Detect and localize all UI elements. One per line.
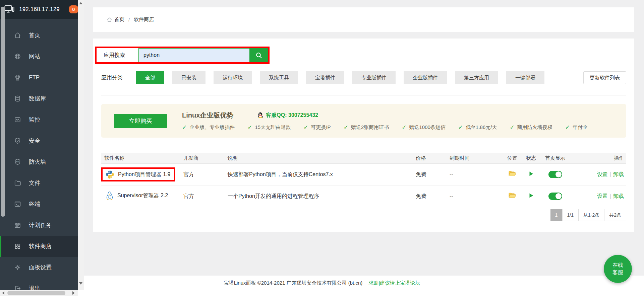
update-software-list-button[interactable]: 更新软件列表 bbox=[583, 71, 626, 84]
home-show-toggle[interactable] bbox=[548, 171, 562, 178]
tux-logo bbox=[106, 191, 114, 200]
category-pro-plugins[interactable]: 专业版插件 bbox=[352, 71, 396, 84]
gear-icon bbox=[14, 264, 21, 271]
pagination: 1 1/1 从1-2条 共2条 bbox=[101, 209, 626, 221]
table-row: Supervisor管理器 2.2 官方 一个Python开发的通用的进程管理程… bbox=[101, 186, 626, 207]
category-systools[interactable]: 系统工具 bbox=[260, 71, 298, 84]
app-description: 一个Python开发的通用的进程管理程序 bbox=[228, 193, 416, 200]
shield-check-icon bbox=[14, 137, 21, 144]
appstore-panel: 应用搜索 应用分类 全部 已安装 运行环境 系统工具 宝塔插件 专业版插件 企业… bbox=[93, 39, 634, 232]
col-header-description: 说明 bbox=[228, 155, 416, 161]
category-all[interactable]: 全部 bbox=[136, 71, 164, 84]
page-range: 从1-2条 bbox=[578, 209, 604, 221]
sidebar-item-appstore[interactable]: 软件商店 bbox=[0, 236, 78, 257]
feature-item: ✓企业版、专业版插件 bbox=[182, 124, 235, 131]
category-runtime[interactable]: 运行环境 bbox=[214, 71, 252, 84]
col-header-actions: 操作 bbox=[570, 155, 626, 161]
horizontal-scrollbar-thumb[interactable] bbox=[7, 291, 65, 295]
scroll-left-arrow[interactable] bbox=[2, 291, 4, 295]
category-bt-plugins[interactable]: 宝塔插件 bbox=[306, 71, 344, 84]
sidebar-item-database[interactable]: 数据库 bbox=[0, 88, 78, 109]
sidebar-vertical-scrollbar[interactable] bbox=[78, 0, 84, 290]
home-show-toggle[interactable] bbox=[548, 193, 562, 200]
settings-link[interactable]: 设置 bbox=[597, 193, 608, 199]
feature-item: ✓商用防火墙授权 bbox=[510, 124, 552, 131]
play-icon[interactable] bbox=[529, 193, 534, 198]
toggle-knob bbox=[555, 193, 562, 199]
check-icon: ✓ bbox=[402, 124, 406, 131]
sidebar-item-settings[interactable]: 面板设置 bbox=[0, 257, 78, 278]
sidebar-item-cron[interactable]: 计划任务 bbox=[0, 215, 78, 236]
sidebar-item-terminal[interactable]: 终端 bbox=[0, 194, 78, 215]
sidebar-item-label: 文件 bbox=[29, 179, 40, 187]
scroll-up-arrow[interactable] bbox=[79, 2, 82, 4]
qq-contact: 客服QQ: 3007255432 bbox=[257, 112, 318, 119]
folder-icon[interactable] bbox=[509, 193, 516, 199]
folder-icon bbox=[14, 179, 21, 187]
app-expire: -- bbox=[450, 171, 503, 177]
sidebar-item-monitor[interactable]: 监控 bbox=[0, 109, 78, 130]
qq-penguin-icon bbox=[257, 112, 263, 119]
col-header-homeshow: 首页显示 bbox=[540, 155, 570, 161]
play-icon[interactable] bbox=[529, 171, 534, 176]
sidebar-item-firewall[interactable]: WAF 防火墙 bbox=[0, 151, 78, 172]
folder-icon[interactable] bbox=[509, 171, 516, 177]
sidebar-item-label: 终端 bbox=[29, 200, 40, 208]
message-count-badge[interactable]: 0 bbox=[69, 5, 78, 13]
ftp-globe-icon bbox=[14, 74, 21, 81]
app-name: Supervisor管理器 2.2 bbox=[117, 192, 168, 199]
app-developer: 官方 bbox=[183, 193, 228, 200]
buy-now-button[interactable]: 立即购买 bbox=[114, 114, 167, 128]
uninstall-link[interactable]: 卸载 bbox=[613, 193, 624, 199]
annotation-box-search: 应用搜索 bbox=[95, 47, 270, 64]
sidebar-item-website[interactable]: 网站 bbox=[0, 46, 78, 67]
category-filter-row: 应用分类 全部 已安装 运行环境 系统工具 宝塔插件 专业版插件 企业版插件 第… bbox=[101, 71, 626, 84]
computer-icon bbox=[4, 5, 14, 14]
category-label: 应用分类 bbox=[101, 74, 123, 81]
breadcrumb: 首页 / 软件商店 bbox=[93, 7, 634, 32]
database-icon bbox=[14, 95, 21, 102]
sidebar-item-security[interactable]: 安全 bbox=[0, 130, 78, 151]
scroll-right-arrow[interactable] bbox=[72, 291, 75, 295]
service-label-line2: 客服 bbox=[612, 269, 623, 276]
feature-list: ✓企业版、专业版插件 ✓15天无理由退款 ✓可更换IP ✓赠送2张商用证书 ✓赠… bbox=[182, 124, 600, 131]
waf-shield-icon: WAF bbox=[14, 158, 21, 165]
vertical-scrollbar-thumb[interactable] bbox=[1, 7, 5, 217]
category-thirdparty[interactable]: 第三方应用 bbox=[455, 71, 498, 84]
col-header-developer: 开发商 bbox=[183, 155, 228, 161]
app-name-cell: Supervisor管理器 2.2 bbox=[101, 191, 168, 200]
page-indicator: 1/1 bbox=[562, 209, 579, 221]
sidebar-item-label: 计划任务 bbox=[29, 221, 52, 229]
sidebar-menu: 首页 网站 FTP 数据库 监控 安全 WAF 防火墙 文件 bbox=[0, 19, 78, 290]
check-icon: ✓ bbox=[565, 124, 570, 131]
category-deploy[interactable]: 一键部署 bbox=[506, 71, 544, 84]
footer-copyright: 宝塔Linux面板 ©2014-2021 广东堡塔安全技术有限公司 (bt.cn… bbox=[224, 280, 363, 286]
settings-link[interactable]: 设置 bbox=[597, 171, 608, 177]
sidebar-item-label: 数据库 bbox=[29, 95, 46, 102]
breadcrumb-home-link[interactable]: 首页 bbox=[107, 16, 124, 23]
check-icon: ✓ bbox=[182, 124, 187, 131]
category-installed[interactable]: 已安装 bbox=[172, 71, 206, 84]
category-enterprise-plugins[interactable]: 企业版插件 bbox=[404, 71, 447, 84]
banner-title: Linux企业版优势 bbox=[182, 111, 233, 120]
monitor-chart-icon bbox=[14, 116, 21, 123]
search-input[interactable] bbox=[138, 48, 250, 62]
feature-item: ✓赠送2张商用证书 bbox=[344, 124, 389, 131]
check-icon: ✓ bbox=[303, 124, 308, 131]
col-header-status: 状态 bbox=[522, 155, 540, 161]
col-header-price: 价格 bbox=[416, 155, 450, 161]
sidebar-item-home[interactable]: 首页 bbox=[0, 25, 78, 46]
sidebar-item-ftp[interactable]: FTP bbox=[0, 67, 78, 88]
uninstall-link[interactable]: 卸载 bbox=[613, 171, 624, 177]
sidebar-item-files[interactable]: 文件 bbox=[0, 172, 78, 194]
page-number-current[interactable]: 1 bbox=[550, 209, 563, 221]
footer-forum-link[interactable]: 求助|建议请上宝塔论坛 bbox=[368, 280, 420, 286]
search-button[interactable] bbox=[250, 48, 268, 62]
col-header-name: 软件名称 bbox=[101, 155, 183, 161]
feature-item: ✓赠送1000条短信 bbox=[402, 124, 446, 131]
app-price: 免费 bbox=[416, 171, 450, 178]
online-service-button[interactable]: 在线 客服 bbox=[604, 255, 632, 283]
server-info-bar[interactable]: 192.168.17.129 bbox=[0, 0, 78, 19]
feature-item: ✓15天无理由退款 bbox=[247, 124, 291, 131]
sidebar-item-label: 网站 bbox=[29, 53, 40, 60]
